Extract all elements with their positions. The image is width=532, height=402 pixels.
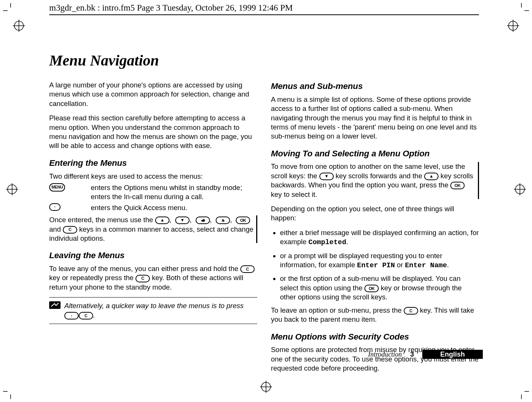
- footer-section-name: Introduction: [368, 351, 402, 358]
- regmark-bottom: [258, 379, 274, 394]
- c-key-icon: C: [63, 226, 77, 234]
- moving-para: To move from one option to another on th…: [271, 162, 479, 199]
- left-column: A large number of your phone's options a…: [49, 81, 257, 378]
- ok-key-icon: OK: [236, 217, 250, 224]
- cropmark-tl: [3, 3, 18, 18]
- security-heading: Menu Options with Security Codes: [271, 331, 479, 343]
- running-header: m3gdr_en.bk : intro.fm5 Page 3 Tuesday, …: [49, 3, 293, 13]
- outcome-1-code: Completed: [308, 238, 346, 246]
- leaving-para: To leave any of the menus, you can eithe…: [49, 264, 257, 292]
- scroll-up-key-icon-2: [424, 173, 439, 180]
- outcome-1-post: .: [346, 238, 348, 246]
- menu-key-icon: MENU: [49, 183, 65, 192]
- entering-heading: Entering the Menus: [49, 157, 257, 169]
- qa-key-row: ↑ enters the Quick Access menu.: [49, 203, 257, 212]
- note-text-post: .: [93, 311, 95, 319]
- page-title: Menu Navigation: [49, 51, 479, 69]
- leave-option-para: To leave an option or sub-menu, press th…: [271, 306, 479, 324]
- outcome-1: either a brief message will be displayed…: [280, 228, 479, 248]
- intro-para-1: A large number of your phone's options a…: [49, 81, 257, 108]
- regmark-tr: [506, 18, 521, 33]
- submenus-heading: Menus and Sub-menus: [271, 81, 479, 92]
- outcome-2: or a prompt will be displayed requesting…: [280, 251, 479, 271]
- outcome-2-code2: Enter Name: [405, 262, 447, 270]
- depending-para: Depending on the option you select, one …: [271, 204, 479, 223]
- leaving-mid: key or repeatedly press the: [49, 274, 135, 282]
- c-key-icon-5: C: [404, 307, 418, 315]
- regmark-tl: [11, 18, 26, 33]
- note-text-pre: Alternatively, a quicker way to leave th…: [64, 302, 244, 310]
- page-footer: Introduction 3 English: [368, 350, 483, 359]
- ok-key-icon-3: OK: [364, 285, 379, 292]
- scroll-up-key-icon: [155, 217, 170, 224]
- outcome-3: or the first option of a sub-menu will b…: [280, 274, 479, 302]
- outcome-2-or: or: [395, 261, 405, 269]
- note-icon: [49, 301, 61, 309]
- outcome-2-post: .: [447, 261, 449, 269]
- leaving-pre: To leave any of the menus, you can eithe…: [49, 265, 240, 273]
- regmark-right: [512, 182, 527, 197]
- scroll-down-key-icon: [175, 217, 190, 224]
- outcome-2-code1: Enter PIN: [357, 262, 395, 270]
- header-rule: [49, 14, 479, 15]
- regmark-left: [5, 182, 20, 197]
- note-rule-top: [49, 297, 257, 298]
- moving-mid1: key scrolls forwards and the: [336, 172, 424, 180]
- once-entered-para: Once entered, the menus use the , , , , …: [49, 215, 257, 243]
- leaving-heading: Leaving the Menus: [49, 250, 257, 261]
- once-entered-mid: and: [49, 225, 63, 233]
- scroll-down-key-icon-2: [319, 173, 334, 180]
- cropmark-br: [514, 384, 529, 399]
- footer-page-number: 3: [410, 351, 414, 358]
- star-key-icon: [196, 217, 210, 224]
- cropmark-tr: [514, 3, 529, 18]
- right-column: Menus and Sub-menus A menu is a simple l…: [271, 81, 479, 378]
- ok-key-icon-2: OK: [450, 182, 465, 189]
- qa-key-desc: enters the Quick Access menu.: [91, 203, 257, 212]
- moving-heading: Moving To and Selecting a Menu Option: [271, 148, 479, 159]
- cropmark-bl: [3, 384, 18, 399]
- submenus-para: A menu is a simple list of options. Some…: [271, 95, 479, 141]
- note-block: Alternatively, a quicker way to leave th…: [49, 301, 257, 320]
- outcomes-list: either a brief message will be displayed…: [271, 228, 479, 302]
- once-entered-pre: Once entered, the menus use the: [49, 216, 155, 224]
- entering-intro: Two different keys are used to access th…: [49, 172, 257, 181]
- leave-pre: To leave an option or sub-menu, press th…: [271, 306, 404, 314]
- c-key-icon-2: C: [240, 265, 255, 273]
- once-entered-post: keys in a common manner to access, selec…: [49, 225, 254, 242]
- menu-key-desc: enters the Options menu whilst in standb…: [91, 183, 257, 202]
- c-key-icon-3: C: [135, 275, 150, 282]
- hash-key-icon: [216, 217, 230, 224]
- menu-key-row: MENU enters the Options menu whilst in s…: [49, 183, 257, 202]
- up-arrow-key-icon: ↑: [49, 203, 61, 211]
- up-arrow-key-icon-2: ↑: [64, 312, 79, 319]
- note-rule-bottom: [49, 324, 257, 324]
- c-key-icon-4: C: [79, 312, 93, 319]
- footer-language-badge: English: [422, 350, 483, 359]
- intro-para-2: Please read this section carefully befor…: [49, 114, 257, 151]
- moving-post: key to select it.: [271, 190, 317, 198]
